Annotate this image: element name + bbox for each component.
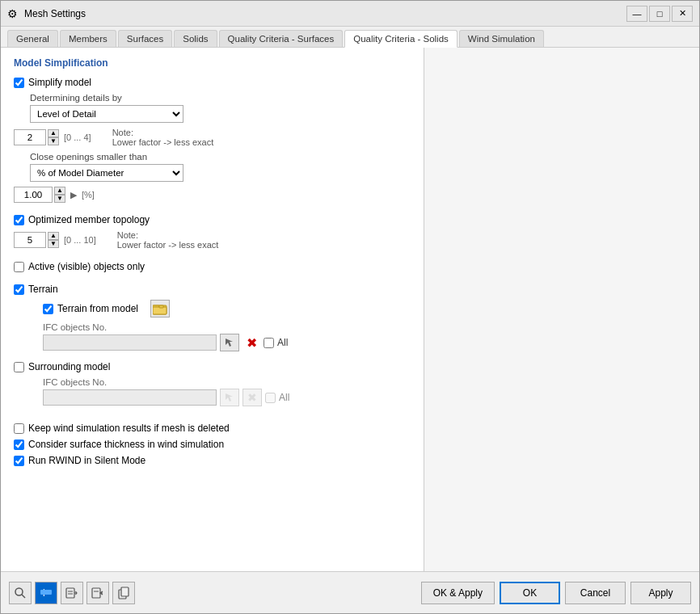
- level-note-1: Note:: [112, 128, 214, 137]
- simplify-model-checkbox[interactable]: [14, 78, 24, 88]
- all-terrain-label[interactable]: All: [277, 337, 288, 348]
- ifc-surrounding-input[interactable]: [43, 389, 217, 406]
- topology-down-btn[interactable]: ▼: [48, 240, 59, 248]
- surrounding-model-checkbox[interactable]: [14, 362, 24, 372]
- run-rwind-label[interactable]: Run RWIND in Silent Mode: [28, 455, 145, 466]
- content-area: Model Simplification Simplify model Dete…: [1, 48, 699, 571]
- all-terrain-checkbox[interactable]: [264, 338, 274, 348]
- level-of-detail-input[interactable]: [14, 129, 46, 145]
- apply-button[interactable]: Apply: [630, 582, 691, 604]
- topology-input[interactable]: [14, 232, 46, 248]
- ifc-terrain-row: ✖ All: [43, 334, 411, 351]
- consider-surface-row: Consider surface thickness in wind simul…: [14, 439, 411, 450]
- run-rwind-row: Run RWIND in Silent Mode: [14, 455, 411, 466]
- svg-rect-12: [92, 588, 100, 598]
- svg-rect-3: [159, 305, 163, 308]
- openings-unit: [%]: [82, 190, 95, 200]
- terrain-row: Terrain: [14, 284, 411, 295]
- terrain-folder-button[interactable]: [150, 300, 170, 318]
- svg-rect-9: [66, 588, 74, 598]
- keep-wind-row: Keep wind simulation results if mesh is …: [14, 423, 411, 434]
- folder-icon: [153, 302, 167, 315]
- all-surrounding-label: All: [279, 392, 289, 403]
- run-rwind-checkbox[interactable]: [14, 456, 24, 466]
- consider-surface-checkbox[interactable]: [14, 439, 24, 450]
- active-objects-label[interactable]: Active (visible) objects only: [28, 261, 145, 272]
- tab-members[interactable]: Members: [60, 30, 116, 47]
- cursor-icon: [224, 337, 235, 348]
- ifc-surrounding-row: ✖ All: [43, 389, 411, 406]
- search-icon: [14, 587, 27, 599]
- close-button[interactable]: ✕: [672, 6, 693, 22]
- active-objects-checkbox[interactable]: [14, 262, 24, 272]
- export-button[interactable]: [61, 582, 83, 604]
- ifc-terrain-input[interactable]: [43, 334, 217, 351]
- ok-apply-button[interactable]: OK & Apply: [421, 582, 495, 604]
- window-title: Mesh Settings: [24, 8, 620, 19]
- level-up-btn[interactable]: ▲: [48, 129, 59, 137]
- tab-wind-simulation[interactable]: Wind Simulation: [459, 30, 544, 47]
- maximize-button[interactable]: □: [649, 6, 670, 22]
- right-panel: [424, 48, 699, 571]
- close-openings-input[interactable]: [14, 187, 53, 203]
- svg-rect-8: [40, 590, 52, 594]
- topology-up-btn[interactable]: ▲: [48, 232, 59, 240]
- openings-down-btn[interactable]: ▼: [54, 195, 65, 203]
- optimized-topology-row: Optimized member topology: [14, 214, 411, 225]
- ifc-terrain-label: IFC objects No.: [43, 322, 411, 332]
- mesh-settings-window: ⚙ Mesh Settings — □ ✕ General Members Su…: [0, 0, 700, 614]
- terrain-checkbox[interactable]: [14, 284, 24, 295]
- keep-wind-checkbox[interactable]: [14, 423, 24, 434]
- tab-quality-surfaces[interactable]: Quality Criteria - Surfaces: [219, 30, 344, 47]
- toolbar-right: OK & Apply OK Cancel Apply: [421, 582, 691, 604]
- tab-quality-solids[interactable]: Quality Criteria - Solids: [344, 30, 458, 48]
- consider-surface-label[interactable]: Consider surface thickness in wind simul…: [28, 439, 224, 450]
- import-icon: [91, 587, 104, 599]
- copy-icon: [117, 587, 130, 599]
- close-openings-spinbox: ▲ ▼: [14, 187, 65, 203]
- import-button[interactable]: [86, 582, 109, 604]
- close-openings-label: Close openings smaller than: [30, 152, 411, 162]
- info-button[interactable]: i: [35, 582, 57, 604]
- search-button[interactable]: [9, 582, 32, 604]
- simplify-model-row: Simplify model: [14, 77, 411, 88]
- topology-spinbox: ▲ ▼: [14, 232, 59, 248]
- svg-line-5: [22, 595, 25, 598]
- close-openings-dropdown[interactable]: % of Model Diameter: [30, 164, 183, 182]
- topology-range-label: [0 ... 10]: [64, 235, 96, 245]
- openings-up-btn[interactable]: ▲: [54, 187, 65, 195]
- ifc-terrain-clear-btn[interactable]: ✖: [242, 334, 260, 351]
- terrain-from-model-label[interactable]: Terrain from model: [57, 303, 138, 314]
- topology-value-row: ▲ ▼ [0 ... 10] Note: Lower factor -> les…: [14, 230, 411, 250]
- level-of-detail-spinbox: ▲ ▼: [14, 129, 59, 145]
- determining-details-label: Determining details by: [30, 93, 411, 103]
- tab-general[interactable]: General: [7, 30, 58, 47]
- terrain-from-model-checkbox[interactable]: [43, 304, 53, 314]
- export-icon: [65, 587, 78, 599]
- keep-wind-label[interactable]: Keep wind simulation results if mesh is …: [28, 423, 230, 434]
- level-of-detail-row: ▲ ▼ [0 ... 4] Note: Lower factor -> less…: [14, 128, 411, 147]
- tab-solids[interactable]: Solids: [174, 30, 217, 47]
- simplify-model-label[interactable]: Simplify model: [28, 77, 91, 88]
- tab-surfaces[interactable]: Surfaces: [118, 30, 172, 47]
- ok-button[interactable]: OK: [500, 582, 560, 604]
- svg-rect-15: [121, 587, 129, 596]
- level-range-label: [0 ... 4]: [64, 132, 91, 142]
- ifc-surrounding-select-btn: [220, 389, 239, 406]
- optimized-topology-label[interactable]: Optimized member topology: [28, 214, 150, 225]
- level-down-btn[interactable]: ▼: [48, 137, 59, 145]
- terrain-from-model-row: Terrain from model: [43, 300, 411, 318]
- cancel-button[interactable]: Cancel: [565, 582, 626, 604]
- surrounding-model-label[interactable]: Surrounding model: [28, 361, 110, 372]
- optimized-topology-checkbox[interactable]: [14, 215, 24, 225]
- level-note-2: Lower factor -> less exact: [112, 137, 214, 147]
- ifc-terrain-select-btn[interactable]: [220, 334, 239, 351]
- all-surrounding-checkbox: [265, 393, 276, 403]
- copy-button[interactable]: [112, 582, 135, 604]
- terrain-label[interactable]: Terrain: [28, 284, 58, 295]
- determining-details-dropdown[interactable]: Level of Detail: [30, 105, 183, 123]
- cursor-disabled-icon: [224, 392, 235, 403]
- openings-play-btn[interactable]: ▶: [70, 190, 77, 200]
- minimize-button[interactable]: —: [626, 6, 647, 22]
- topology-note-1: Note:: [117, 230, 219, 240]
